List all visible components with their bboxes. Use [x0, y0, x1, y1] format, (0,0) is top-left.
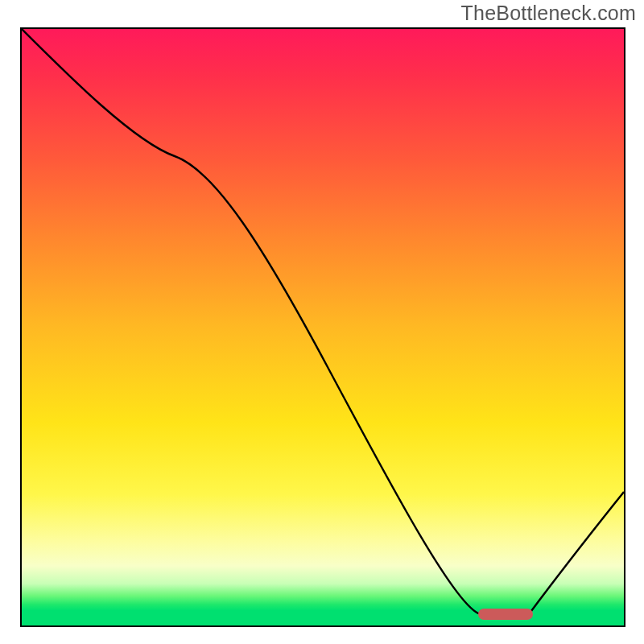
curve-overlay — [22, 29, 624, 625]
optimal-range-marker — [478, 609, 533, 620]
bottleneck-curve — [22, 29, 624, 614]
plot-area — [20, 27, 625, 627]
attribution-text: TheBottleneck.com — [461, 2, 636, 25]
chart-canvas: TheBottleneck.com — [0, 0, 644, 644]
